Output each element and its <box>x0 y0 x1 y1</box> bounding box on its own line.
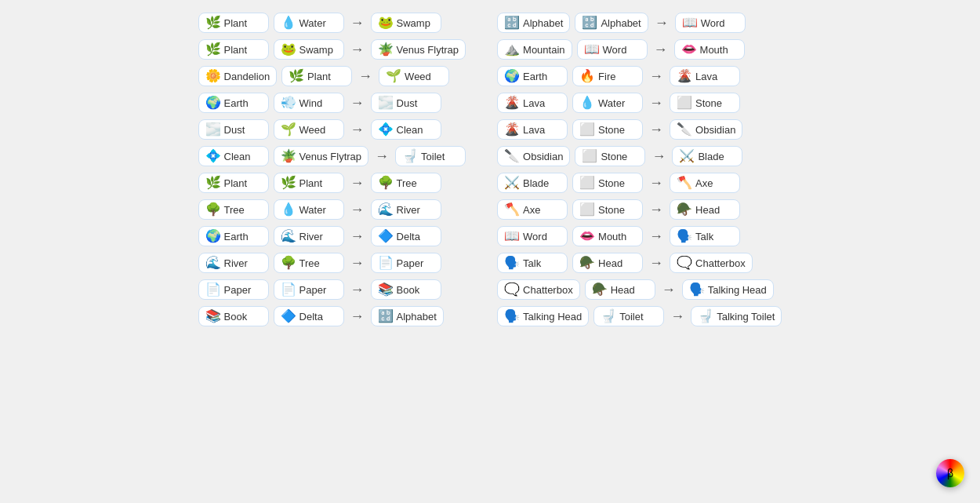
item-icon: 🗣️ <box>689 283 705 296</box>
item-label: Alphabet <box>397 311 437 323</box>
item-label: Axe <box>695 177 713 189</box>
item-label: Earth <box>224 231 249 242</box>
item-label: Toilet <box>421 151 445 162</box>
arrow-icon: → <box>649 175 663 191</box>
item-label: Wind <box>299 97 323 109</box>
item-icon: 🚽 <box>698 310 713 323</box>
arrow-icon: → <box>649 95 663 111</box>
item-box: 📄Paper <box>198 279 269 300</box>
item-label: Plant <box>224 17 248 29</box>
recipe-row: 🗨️Chatterbox🪖Head→🗣️Talking Head <box>497 279 782 300</box>
item-box: 🌳Tree <box>274 253 344 273</box>
arrow-icon: → <box>358 68 372 85</box>
item-box: 🌍Earth <box>198 226 269 246</box>
item-icon: 🗣️ <box>677 230 692 242</box>
item-icon: 🌿 <box>281 177 296 189</box>
item-box: 📚Book <box>371 279 441 300</box>
item-label: Plant <box>224 44 248 56</box>
item-icon: 🐸 <box>378 16 394 29</box>
arrow-icon: → <box>649 228 663 245</box>
item-icon: 🌍 <box>504 70 520 82</box>
arrow-icon: → <box>649 255 663 272</box>
item-icon: 🌿 <box>205 43 221 56</box>
recipe-row: ⚔️Blade⬜Stone→🪓Axe <box>497 173 782 193</box>
item-box: 🔷Delta <box>274 306 344 326</box>
item-box: 🌿Plant <box>281 66 352 86</box>
item-label: Word <box>701 17 725 29</box>
item-box: 💠Clean <box>198 146 269 166</box>
left-column: 🌿Plant💧Water→🐸Swamp🌿Plant🐸Swamp→🪴Venus F… <box>198 13 466 326</box>
recipe-row: 🌿Plant🌿Plant→🌳Tree <box>198 173 466 193</box>
item-icon: 📖 <box>504 230 520 242</box>
item-icon: ⬜ <box>579 203 595 216</box>
item-label: Plant <box>299 177 323 189</box>
item-label: Venus Flytrap <box>397 44 459 56</box>
item-label: Fire <box>598 71 615 82</box>
recipe-row: 🌍Earth💨Wind→🌫️Dust <box>198 93 466 113</box>
item-box: 💨Wind <box>274 93 344 113</box>
item-label: Paper <box>299 284 327 296</box>
item-label: Head <box>611 284 635 296</box>
item-box: 🐸Swamp <box>371 13 441 33</box>
item-box: 🔡Alphabet <box>575 13 648 33</box>
item-label: Clean <box>397 124 423 136</box>
item-box: 🌊River <box>371 199 441 220</box>
item-icon: 🪴 <box>378 43 394 56</box>
arrow-icon: → <box>350 95 365 111</box>
recipe-row: 🪓Axe⬜Stone→🪖Head <box>497 199 782 220</box>
arrow-icon: → <box>649 202 663 218</box>
recipe-row: 🌋Lava⬜Stone→🔪Obsidian <box>497 119 782 140</box>
recipe-row: 🌿Plant🐸Swamp→🪴Venus Flytrap <box>198 39 466 60</box>
item-box: 🗨️Chatterbox <box>497 279 580 300</box>
item-label: Chatterbox <box>523 284 573 296</box>
item-icon: 🌿 <box>205 177 221 189</box>
item-icon: ⬜ <box>582 150 597 162</box>
item-box: 💧Water <box>274 13 344 33</box>
item-box: 🔥Fire <box>572 66 643 86</box>
arrow-icon: → <box>350 308 365 325</box>
item-icon: ⚔️ <box>504 177 520 189</box>
item-box: 💠Clean <box>371 119 441 140</box>
item-icon: 🗣️ <box>504 310 520 323</box>
item-box: 📚Book <box>198 306 269 326</box>
item-icon: 🌋 <box>504 123 520 136</box>
item-label: Talking Head <box>708 284 767 296</box>
item-icon: 🌿 <box>289 70 304 82</box>
item-box: ⬜Stone <box>572 173 643 193</box>
item-label: Talking Toilet <box>717 311 775 323</box>
item-box: 🌿Plant <box>274 173 344 193</box>
item-label: Alphabet <box>601 17 641 29</box>
item-label: Tree <box>397 177 417 189</box>
recipe-row: ⛰️Mountain📖Word→👄Mouth <box>497 39 782 60</box>
item-label: Talking Head <box>523 311 582 323</box>
item-label: Dust <box>224 124 245 136</box>
item-label: Plant <box>224 177 248 189</box>
item-icon: 📖 <box>682 16 698 29</box>
item-box: 🐸Swamp <box>274 39 344 60</box>
item-box: ⬜Stone <box>572 119 643 140</box>
item-label: Water <box>299 204 326 216</box>
item-box: 🌱Weed <box>379 66 449 86</box>
item-box: 🚽Toilet <box>395 146 466 166</box>
item-icon: 👄 <box>579 230 595 242</box>
recipe-row: 🌿Plant💧Water→🐸Swamp <box>198 13 466 33</box>
recipe-row: 🌋Lava💧Water→⬜Stone <box>497 93 782 113</box>
item-icon: 📄 <box>281 283 296 296</box>
item-label: Weed <box>405 71 431 82</box>
item-box: 🪖Head <box>585 279 655 300</box>
item-icon: 📖 <box>584 43 600 56</box>
item-label: Chatterbox <box>695 257 746 269</box>
item-icon: 🌳 <box>281 257 296 269</box>
item-box: 🌿Plant <box>198 13 269 33</box>
item-box: 🪓Axe <box>497 199 568 220</box>
item-label: Stone <box>598 177 625 189</box>
item-box: 🌳Tree <box>198 199 269 220</box>
item-box: 🌳Tree <box>371 173 441 193</box>
arrow-icon: → <box>662 282 676 298</box>
item-box: 🌍Earth <box>198 93 269 113</box>
item-label: Tree <box>224 204 245 216</box>
item-label: River <box>397 204 420 216</box>
item-label: Toilet <box>619 311 643 323</box>
item-label: Delta <box>299 311 323 323</box>
item-label: Dust <box>397 97 418 109</box>
